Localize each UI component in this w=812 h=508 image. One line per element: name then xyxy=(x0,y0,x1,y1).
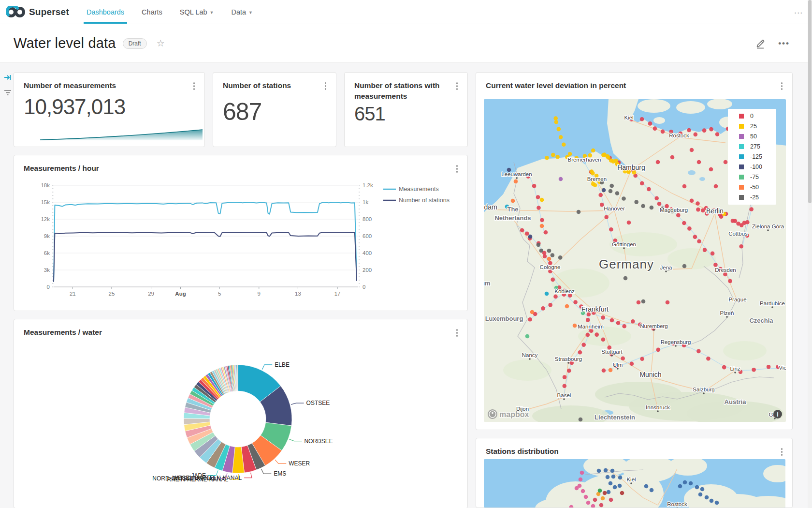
city-label: Basel xyxy=(557,392,571,398)
city-label: Magdeburg xyxy=(660,207,688,213)
station-dot xyxy=(581,343,586,347)
station-dot xyxy=(607,490,611,494)
city-label: Pardubice xyxy=(760,300,785,306)
stations-map[interactable]: KielRostock xyxy=(484,459,785,508)
station-dot xyxy=(567,369,571,373)
card-title: Current water level deviation in percent xyxy=(486,80,626,91)
station-dot xyxy=(593,498,597,502)
nav-overflow-menu[interactable]: ... xyxy=(794,7,803,15)
city-label: Ulm xyxy=(613,362,623,368)
nav-item-charts[interactable]: Charts xyxy=(133,0,171,24)
kpi-card-stations-with-measurements: Number of stations with measurements 651 xyxy=(344,72,468,147)
y-axis-right-tick: 600 xyxy=(362,233,372,239)
card-title: Measurements / hour xyxy=(24,163,99,174)
station-dot xyxy=(598,193,603,197)
card-kebab-menu[interactable] xyxy=(778,446,786,458)
station-dot xyxy=(539,249,544,253)
city-label: Rostock xyxy=(667,501,687,507)
nav-item-dashboards[interactable]: Dashboards xyxy=(78,0,133,24)
station-dot xyxy=(544,230,548,235)
city-label: Nancy xyxy=(522,352,538,358)
station-dot xyxy=(710,252,715,256)
station-dot xyxy=(697,239,701,244)
station-dot xyxy=(604,215,609,220)
city-label: Göttingen xyxy=(612,241,636,247)
station-dot xyxy=(568,152,572,156)
card-kebab-menu[interactable] xyxy=(778,80,786,92)
station-dot xyxy=(563,384,567,388)
nav-item-data[interactable]: Data▼ xyxy=(222,0,261,24)
kpi-sparkline xyxy=(39,126,203,142)
filter-icon[interactable] xyxy=(4,89,12,96)
station-dot xyxy=(598,489,602,493)
deviation-map[interactable]: TheNetherlandsBelgiumLuxembourgGermanyCz… xyxy=(484,99,786,422)
city-label: Bremen xyxy=(587,176,607,182)
edit-pencil-icon[interactable] xyxy=(755,38,766,49)
legend-value: -75 xyxy=(750,174,759,180)
card-kebab-menu[interactable] xyxy=(453,327,461,339)
station-dot xyxy=(661,130,665,134)
line-chart: 03k6k9k12k15k18k02004006008001k1.2k21252… xyxy=(20,177,459,308)
station-dot xyxy=(687,128,691,133)
nav-item-sql-lab[interactable]: SQL Lab▼ xyxy=(171,0,223,24)
station-dot xyxy=(551,278,555,282)
city-label: Kiel xyxy=(626,477,636,482)
station-dot xyxy=(591,171,595,176)
station-dot xyxy=(543,254,547,259)
favorite-star-icon[interactable]: ☆ xyxy=(157,38,165,49)
station-dot xyxy=(594,332,599,337)
city-label: Prague xyxy=(728,297,746,302)
country-label: Luxembourg xyxy=(485,315,523,322)
expand-filter-bar-icon[interactable] xyxy=(4,74,12,81)
station-dot xyxy=(687,226,692,231)
station-dot xyxy=(706,357,710,361)
card-kebab-menu[interactable] xyxy=(453,163,461,175)
map-canvas: KielRostock xyxy=(484,459,785,508)
city-label: Frankfurt xyxy=(581,305,609,313)
superset-brand[interactable]: Superset xyxy=(0,6,78,18)
map-info-icon[interactable]: i xyxy=(773,410,782,418)
x-axis-tick: 5 xyxy=(218,291,221,297)
city-label: Nuremberg xyxy=(640,323,668,329)
legend-value: -25 xyxy=(750,194,759,201)
kpi-value: 10,937,013 xyxy=(14,92,204,119)
y-axis-left-tick: 0 xyxy=(47,284,50,290)
station-dot xyxy=(553,116,558,120)
kpi-card-stations: Number of stations 687 xyxy=(213,72,336,147)
station-dot xyxy=(563,375,567,379)
station-dot xyxy=(752,368,756,372)
station-dot xyxy=(528,317,532,322)
kpi-value: 651 xyxy=(345,102,467,125)
station-dot xyxy=(641,204,645,208)
header-more-menu[interactable]: ••• xyxy=(778,39,790,48)
chart-card-stations-distribution: Stations distribution KielRostock xyxy=(476,438,793,508)
station-dot xyxy=(618,476,623,480)
y-axis-left-tick: 6k xyxy=(44,250,50,256)
x-axis-tick: 21 xyxy=(70,291,76,297)
station-dot xyxy=(656,348,661,352)
card-kebab-menu[interactable] xyxy=(322,80,330,92)
city-label: Cologne xyxy=(540,264,561,270)
station-dot xyxy=(703,248,707,252)
card-title: Stations distribution xyxy=(486,446,559,457)
station-dot xyxy=(696,208,700,212)
station-dot xyxy=(676,213,681,218)
station-dot xyxy=(559,135,563,139)
card-kebab-menu[interactable] xyxy=(453,80,461,92)
station-dot xyxy=(682,221,686,225)
station-dot xyxy=(548,303,552,307)
station-dot xyxy=(547,249,551,253)
station-dot xyxy=(601,315,605,320)
card-kebab-menu[interactable] xyxy=(190,80,198,92)
station-dot xyxy=(739,244,743,249)
page-scrollbar[interactable] xyxy=(808,0,812,508)
city-label: Vienna xyxy=(779,365,786,371)
country-label: Netherlands xyxy=(494,214,531,222)
station-dot xyxy=(591,149,595,153)
city-label: Linz xyxy=(730,366,740,372)
station-dot xyxy=(551,253,555,257)
scrollbar-thumb[interactable] xyxy=(808,0,812,203)
station-dot xyxy=(622,196,626,201)
legend-value: -100 xyxy=(750,164,762,170)
donut-chart: ELBEOSTSEENORDSEEWESEREMSWESEL-DATTELN-K… xyxy=(20,339,459,508)
